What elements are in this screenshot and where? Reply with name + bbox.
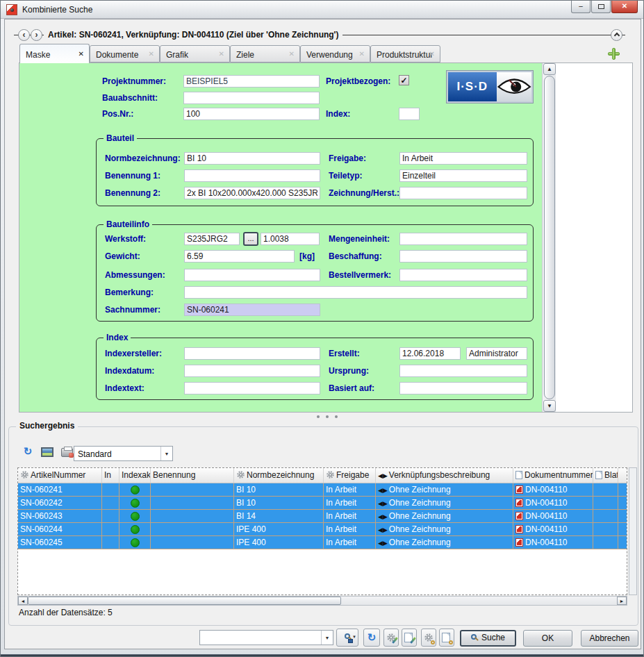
benennung2-label: Benennung 2: xyxy=(105,188,160,198)
suche-button[interactable]: Suche xyxy=(460,630,516,647)
erstellt-user-field[interactable] xyxy=(466,347,527,360)
scroll-right-icon: ► xyxy=(620,599,625,604)
tab-close-icon[interactable]: ✕ xyxy=(149,50,154,58)
gewicht-field[interactable] xyxy=(184,250,295,263)
col-indexakt[interactable]: Indexakt xyxy=(119,468,151,483)
tab-dokumente[interactable]: Dokumente ✕ xyxy=(90,45,160,63)
abbrechen-button[interactable]: Abbrechen xyxy=(581,630,638,647)
cell-in xyxy=(102,483,119,496)
beschaffung-field[interactable] xyxy=(399,250,527,263)
erstellt-datum-field[interactable] xyxy=(399,347,461,360)
col-freigabe[interactable]: Freigabe xyxy=(324,468,376,483)
bauabschnitt-field[interactable] xyxy=(183,92,320,104)
normbezeichnung-field[interactable] xyxy=(184,152,320,165)
scroll-down-button[interactable]: ▼ xyxy=(543,400,556,412)
col-verknuepfung[interactable]: ◀▶Verknüpfungsbeschreibung xyxy=(376,468,513,483)
print-button[interactable] xyxy=(59,445,74,460)
result-view-select[interactable]: Standard ▼ xyxy=(74,446,173,461)
table-row[interactable]: SN-060244 IPE 400 In Arbeit ◀▶Ohne Zeich… xyxy=(18,523,627,536)
basiert-field[interactable] xyxy=(399,382,527,394)
table-row[interactable]: SN-060243 BI 14 In Arbeit ◀▶Ohne Zeichnu… xyxy=(18,510,627,523)
scroll-right-button[interactable]: ► xyxy=(617,597,627,605)
nav-back-button[interactable]: ‹ xyxy=(18,29,30,41)
scrollbar-thumb[interactable] xyxy=(544,76,555,399)
cell-dokumentnummer: DN-004110 xyxy=(513,483,593,496)
table-row[interactable]: SN-060241 BI 10 In Arbeit ◀▶Ohne Zeichnu… xyxy=(18,483,627,497)
scroll-up-button[interactable]: ▲ xyxy=(543,63,556,75)
record-count-status: Anzahl der Datensätze: 5 xyxy=(19,608,113,617)
tab-produktstruktur[interactable]: Produktstruktur ✕ xyxy=(370,45,440,63)
col-normbezeichnung[interactable]: Normbezeichnung xyxy=(234,468,324,483)
tab-grafik[interactable]: Grafik ✕ xyxy=(160,45,230,63)
export-view-button[interactable] xyxy=(40,445,55,460)
scroll-left-button[interactable]: ◄ xyxy=(18,597,28,605)
chevron-down-icon[interactable]: ▼ xyxy=(321,631,333,644)
maximize-button[interactable] xyxy=(591,1,611,13)
nav-forward-button[interactable]: › xyxy=(31,29,42,41)
werkstoffnr-field[interactable] xyxy=(261,233,320,245)
col-benennung[interactable]: Benennung xyxy=(151,468,234,483)
col-in[interactable]: In xyxy=(102,468,119,483)
benennung1-field[interactable] xyxy=(184,169,320,182)
projektnummer-field[interactable] xyxy=(183,75,320,88)
minimize-button[interactable]: – xyxy=(571,1,591,13)
col-dokumentnummer[interactable]: Dokumentnummer xyxy=(513,468,593,483)
refresh-search-button[interactable]: ↻ xyxy=(363,629,380,647)
werkstoff-field[interactable] xyxy=(184,233,240,245)
table-row[interactable]: SN-060245 IPE 400 In Arbeit ◀▶Ohne Zeich… xyxy=(18,536,627,549)
tab-verwendung[interactable]: Verwendung ✕ xyxy=(300,45,370,63)
add-tab-button[interactable] xyxy=(606,47,621,61)
save-search-button[interactable]: ▼ xyxy=(336,629,358,647)
indextext-field[interactable] xyxy=(184,382,320,394)
index-field[interactable] xyxy=(399,108,420,120)
scrollbar-thumb[interactable] xyxy=(28,597,341,605)
title-bar[interactable]: Kombinierte Suche – ✕ xyxy=(1,1,643,19)
posnr-field[interactable] xyxy=(183,108,320,120)
zeichnung-field[interactable] xyxy=(399,187,527,199)
cell-dokumentnummer: DN-004110 xyxy=(513,523,593,535)
sachnummer-field[interactable] xyxy=(184,303,320,316)
search-name-select[interactable]: ▼ xyxy=(199,630,333,645)
tab-maske[interactable]: Maske ✕ xyxy=(19,44,90,63)
document-red-icon xyxy=(515,538,523,547)
tab-close-icon[interactable]: ✕ xyxy=(219,50,224,58)
indexdatum-field[interactable] xyxy=(184,365,320,377)
werkstoff-browse-button[interactable]: ... xyxy=(243,232,258,246)
table-vertical-scrollbar[interactable] xyxy=(629,467,637,595)
table-row[interactable]: SN-060242 BI 10 In Arbeit ◀▶Ohne Zeichnu… xyxy=(18,497,627,510)
document-search-button[interactable] xyxy=(439,629,454,647)
col-artikelnummer[interactable]: ArtikelNummer xyxy=(18,468,102,483)
ursprung-field[interactable] xyxy=(399,365,527,377)
bestellvermerk-field[interactable] xyxy=(399,269,527,281)
col-blatt[interactable]: Blatt xyxy=(593,468,618,483)
close-button[interactable]: ✕ xyxy=(611,1,638,13)
document-red-icon xyxy=(515,499,523,507)
mengeneinheit-field[interactable] xyxy=(399,233,527,245)
tab-close-icon[interactable]: ✕ xyxy=(359,50,365,58)
tab-close-icon[interactable]: ✕ xyxy=(289,50,295,58)
tab-ziele[interactable]: Ziele ✕ xyxy=(230,45,300,63)
chevron-down-icon[interactable]: ▼ xyxy=(160,447,172,460)
collapse-button[interactable] xyxy=(611,29,622,41)
bemerkung-field[interactable] xyxy=(184,286,527,299)
teiletyp-field[interactable] xyxy=(399,169,527,182)
bestellvermerk-label: Bestellvermerk: xyxy=(329,270,391,280)
indexersteller-field[interactable] xyxy=(184,347,320,360)
tab-close-icon[interactable]: ✕ xyxy=(79,50,84,58)
freigabe-field[interactable] xyxy=(399,152,527,165)
document-mask-button[interactable] xyxy=(402,629,417,647)
tab-close-icon[interactable]: ✕ xyxy=(429,50,435,58)
table-horizontal-scrollbar[interactable]: ◄ ► xyxy=(17,596,627,606)
cell-artikelnummer: SN-060241 xyxy=(18,483,102,496)
abmessungen-field[interactable] xyxy=(184,269,320,281)
splitter-handle[interactable] xyxy=(311,415,344,421)
benennung2-field[interactable] xyxy=(184,187,320,199)
article-mask-button[interactable] xyxy=(383,629,399,647)
mask-scrollbar[interactable]: ▲ ▼ xyxy=(542,63,556,412)
refresh-result-button[interactable]: ↻ xyxy=(20,445,35,460)
cell-indexakt xyxy=(119,536,151,549)
indexersteller-label: Indexersteller: xyxy=(105,349,162,358)
article-search-button[interactable] xyxy=(421,629,436,647)
ok-button[interactable]: OK xyxy=(523,630,572,647)
projektbezogen-checkbox[interactable]: ✓ xyxy=(399,75,409,85)
